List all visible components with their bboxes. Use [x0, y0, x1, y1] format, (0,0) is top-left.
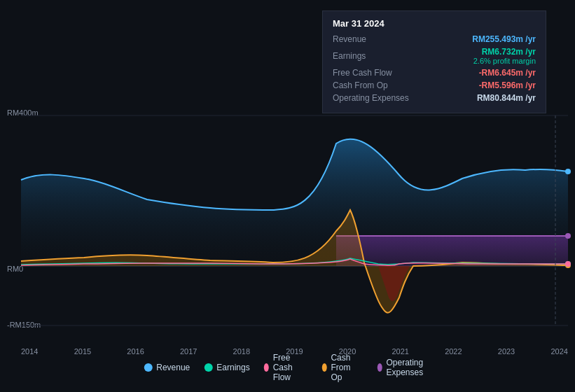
svg-rect-4: [336, 236, 568, 266]
legend-dot-opex: [377, 363, 382, 372]
opex-label: Operating Expenses: [333, 93, 417, 103]
legend-item-fcf[interactable]: Free Cash Flow: [264, 353, 308, 382]
x-label-2023: 2023: [498, 347, 515, 356]
legend-item-opex[interactable]: Operating Expenses: [377, 358, 431, 377]
legend-label-opex: Operating Expenses: [386, 358, 431, 377]
cfo-row: Cash From Op -RM5.596m /yr: [333, 80, 536, 90]
svg-point-9: [565, 261, 571, 267]
legend-dot-fcf: [264, 363, 269, 372]
fcf-row: Free Cash Flow -RM6.645m /yr: [333, 68, 536, 78]
fcf-label: Free Cash Flow: [333, 68, 417, 78]
opex-row: Operating Expenses RM80.844m /yr: [333, 93, 536, 103]
tooltip-date: Mar 31 2024: [333, 18, 536, 29]
legend-label-fcf: Free Cash Flow: [273, 353, 308, 382]
legend-item-revenue[interactable]: Revenue: [144, 363, 190, 372]
x-label-2014: 2014: [21, 347, 38, 356]
cfo-label: Cash From Op: [333, 80, 417, 90]
legend-label-revenue: Revenue: [156, 363, 190, 372]
profit-margin: 2.6% profit margin: [473, 57, 536, 65]
legend-label-cfo: Cash From Op: [331, 353, 363, 382]
legend-dot-cfo: [321, 363, 326, 372]
svg-point-3: [565, 169, 571, 174]
cfo-value: -RM5.596m /yr: [479, 80, 536, 90]
chart-svg: [0, 108, 575, 340]
legend-dot-revenue: [144, 363, 152, 372]
legend: Revenue Earnings Free Cash Flow Cash Fro…: [144, 353, 431, 382]
revenue-value: RM255.493m /yr: [472, 34, 536, 44]
earnings-label: Earnings: [333, 51, 417, 61]
x-label-2022: 2022: [445, 347, 462, 356]
x-label-2015: 2015: [74, 347, 91, 356]
legend-item-cfo[interactable]: Cash From Op: [321, 353, 363, 382]
tooltip-card: Mar 31 2024 Revenue RM255.493m /yr Earni…: [322, 10, 546, 113]
legend-label-earnings: Earnings: [216, 363, 249, 372]
revenue-row: Revenue RM255.493m /yr: [333, 34, 536, 44]
revenue-label: Revenue: [333, 34, 417, 44]
earnings-row: Earnings RM6.732m /yr 2.6% profit margin: [333, 47, 536, 65]
earnings-value: RM6.732m /yr: [482, 47, 536, 57]
opex-value: RM80.844m /yr: [477, 93, 536, 103]
legend-item-earnings[interactable]: Earnings: [204, 363, 249, 372]
chart-container: Mar 31 2024 Revenue RM255.493m /yr Earni…: [0, 0, 575, 392]
x-label-2016: 2016: [127, 347, 144, 356]
svg-point-6: [565, 233, 571, 239]
fcf-value: -RM6.645m /yr: [479, 68, 536, 78]
x-label-2024: 2024: [550, 347, 567, 356]
legend-dot-earnings: [204, 363, 212, 372]
